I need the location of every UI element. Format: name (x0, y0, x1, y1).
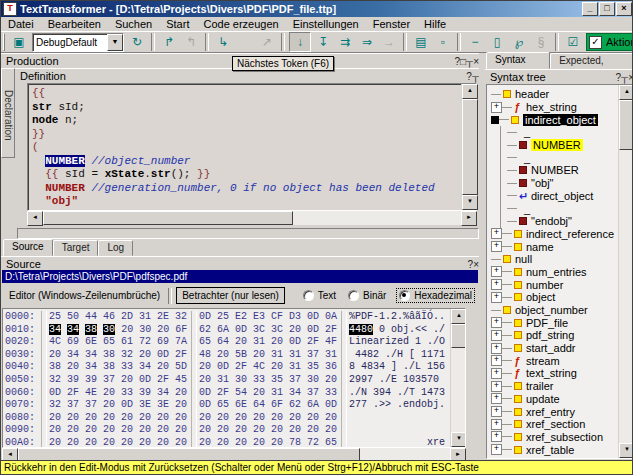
tree-item-xref-table[interactable]: +xref_table (487, 443, 618, 456)
inspect-button[interactable]: ℘ (509, 33, 529, 51)
expand-plus-icon[interactable]: + (491, 431, 502, 442)
expand-plus-icon[interactable]: + (491, 406, 502, 417)
scroll-down-icon[interactable]: ▼ (619, 443, 633, 458)
editor-mode-button[interactable]: Editor (Windows-Zeilenumbrüche) (5, 288, 164, 303)
tree-item-null[interactable]: null (487, 253, 618, 266)
hex-viewer[interactable]: 0000:25 50 44 46 2D 31 2E 320D 25 E2 E3 … (2, 308, 466, 448)
hex-row[interactable]: 0020:4C 69 6E 65 61 72 69 7A65 64 20 31 … (3, 336, 450, 349)
tab-target[interactable]: Target (53, 240, 99, 256)
tree-item-direct-object[interactable]: ↵direct_object (487, 190, 618, 203)
scroll-right-icon[interactable]: ► (461, 211, 477, 226)
tree-item-endobj[interactable]: "endobj" (487, 215, 618, 228)
tree-item-text-string[interactable]: +ƒtext_string (487, 367, 618, 380)
tree-item-xref-entry[interactable]: +xref_entry (487, 405, 618, 418)
radio-text[interactable]: Text (301, 288, 338, 303)
tree-item-indirect-object[interactable]: indirect_object (487, 113, 618, 126)
scroll-up-icon[interactable]: ▲ (462, 84, 478, 99)
menu-item-bearbeiten[interactable]: Bearbeiten (41, 18, 108, 31)
hex-row[interactable]: 0040:38 20 34 38 33 34 20 5D20 0D 2F 4C … (3, 361, 450, 374)
run-through-button[interactable]: ⇉ (335, 33, 355, 51)
code-area[interactable]: {{str sId;node n;}}( NUMBER //object_num… (28, 84, 461, 210)
tree-item-pdf-string[interactable]: +pdf_string (487, 329, 618, 342)
hex-row[interactable]: 00A0:20 20 20 20 20 20 20 2020 20 20 20 … (3, 437, 450, 447)
chevron-down-icon[interactable]: ▼ (107, 34, 123, 51)
tab-log[interactable]: Log (98, 240, 133, 256)
minimize-button[interactable]: _ (582, 2, 598, 16)
scroll-up-icon[interactable]: ▲ (619, 85, 633, 100)
hex-row[interactable]: 0050:32 39 39 37 20 0D 2F 4520 31 30 33 … (3, 374, 450, 387)
tree-item-indirect-reference[interactable]: +indirect_reference (487, 228, 618, 241)
expand-plus-icon[interactable]: + (491, 228, 502, 239)
hex-row[interactable]: 0080:20 20 20 20 20 20 20 2020 20 20 20 … (3, 412, 450, 425)
remove-breakpoint-button[interactable]: − (465, 33, 485, 51)
expand-filled-icon[interactable] (491, 116, 499, 124)
definition-code-editor[interactable]: {{str sId;node n;}}( NUMBER //object_num… (27, 83, 477, 211)
step-out-button[interactable]: ↰ (181, 33, 201, 51)
menu-item-datei[interactable]: Datei (1, 18, 41, 31)
hex-row[interactable]: 0030:20 34 34 38 32 20 0D 2F48 20 5B 20 … (3, 349, 450, 362)
radio-hexadezimal[interactable]: Hexadezimal (396, 288, 475, 303)
scrollbar-thumb[interactable] (619, 100, 633, 150)
menu-item-start[interactable]: Start (159, 18, 196, 31)
actions-toggle[interactable]: ✓Aktionen (586, 33, 633, 51)
tree-item-trailer[interactable]: +trailer (487, 380, 618, 393)
scrollbar-thumb[interactable] (462, 99, 478, 195)
tree-item-item[interactable]: _ (487, 151, 618, 164)
tree-item-name[interactable]: +name (487, 240, 618, 253)
next-token-button[interactable]: ↓ (289, 32, 311, 52)
tree-item-object-number[interactable]: object_number (487, 304, 618, 317)
hex-row[interactable]: 0090:20 20 20 20 20 20 20 2020 20 20 20 … (3, 424, 450, 437)
tree-item-update[interactable]: +update (487, 393, 618, 406)
scrollbar-track[interactable] (293, 211, 461, 225)
editor-vertical-scrollbar[interactable]: ▲ ▼ (461, 84, 476, 210)
expand-plus-icon[interactable]: + (491, 317, 502, 328)
tab-source[interactable]: Source (3, 239, 53, 256)
tree-item-number[interactable]: +number (487, 278, 618, 291)
editor-horizontal-scrollbar[interactable]: ◄ ► (27, 211, 477, 225)
blank-button[interactable] (235, 33, 255, 51)
tree-item-hex-string[interactable]: +ƒhex_string (487, 101, 618, 114)
viewer-mode-button[interactable]: Betrachter (nur lesen) (176, 287, 285, 304)
panel-splitter[interactable] (479, 53, 485, 461)
menu-item-einstellungen[interactable]: Einstellungen (286, 18, 366, 31)
hex-row[interactable]: 0060:0D 2F 4E 20 33 39 34 200D 2F 54 20 … (3, 387, 450, 400)
tree-item-item[interactable]: _ (487, 202, 618, 215)
close-button[interactable]: × (616, 2, 632, 16)
expand-plus-icon[interactable]: + (491, 102, 502, 113)
tree-item-item[interactable]: _ (487, 126, 618, 139)
expand-plus-icon[interactable]: + (491, 355, 502, 366)
tree-item-object[interactable]: +object (487, 291, 618, 304)
close-icon[interactable]: × (628, 72, 633, 83)
tree-item-xref-section[interactable]: +xref_section (487, 418, 618, 431)
expand-plus-icon[interactable]: + (491, 444, 502, 455)
run-production-button[interactable]: ↳ (213, 33, 233, 51)
menu-item-hilfe[interactable]: Hilfe (417, 18, 453, 31)
toolbar-grip[interactable] (3, 33, 5, 51)
scrollbar-thumb[interactable] (451, 324, 466, 348)
scroll-left-icon[interactable]: ◄ (27, 211, 43, 226)
menu-item-suchen[interactable]: Suchen (108, 18, 159, 31)
scrollbar-track[interactable] (619, 150, 633, 443)
tree-item-number[interactable]: NUMBER (487, 139, 618, 152)
tree-vertical-scrollbar[interactable]: ▲ ▼ (618, 85, 633, 458)
scroll-down-icon[interactable]: ▼ (462, 195, 478, 210)
paragraph-button[interactable]: § (531, 33, 551, 51)
tree-item-header[interactable]: header (487, 88, 618, 101)
continue-button[interactable]: → (379, 33, 399, 51)
expand-plus-icon[interactable]: + (491, 241, 502, 252)
reload-button[interactable]: ↻ (127, 33, 147, 51)
step-into-button[interactable]: ↱ (159, 33, 179, 51)
tree-item-start-addr[interactable]: +start_addr (487, 342, 618, 355)
tree-item-num-entries[interactable]: +num_entries (487, 266, 618, 279)
expand-plus-icon[interactable]: + (491, 393, 502, 404)
hex-row[interactable]: 0010:34 34 38 30 20 30 20 6F62 6A 0D 3C … (3, 324, 450, 337)
scroll-up-icon[interactable]: ▲ (451, 309, 466, 324)
node-button[interactable]: ▫ (433, 33, 453, 51)
pin-icon[interactable]: ┬ (472, 71, 479, 82)
tree-item-pdf-file[interactable]: +PDF_file (487, 316, 618, 329)
tab-expected-stack[interactable]: Expected, Stack (550, 53, 633, 69)
actions-checkbox[interactable]: ✓ (589, 36, 602, 49)
expand-plus-icon[interactable]: + (491, 381, 502, 392)
expand-plus-icon[interactable]: + (491, 279, 502, 290)
expand-plus-icon[interactable]: + (491, 343, 502, 354)
